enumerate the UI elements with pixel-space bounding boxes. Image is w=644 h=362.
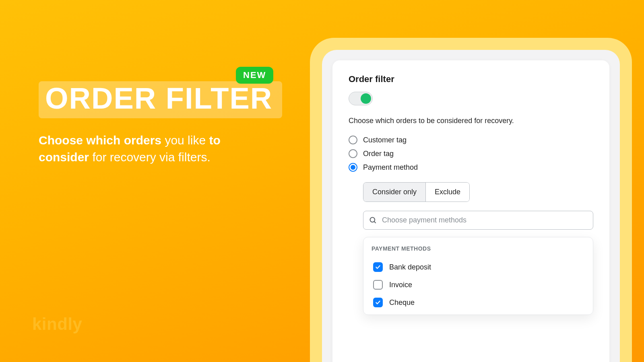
option-label: Bank deposit [389, 263, 431, 272]
subtitle-bold-1: Choose which orders [39, 134, 161, 147]
option-invoice[interactable]: Invoice [372, 276, 585, 294]
radio-order-tag[interactable]: Order tag [349, 149, 593, 158]
search-icon [369, 216, 377, 224]
option-label: Cheque [389, 298, 415, 307]
option-cheque[interactable]: Cheque [372, 294, 585, 311]
payment-method-search[interactable] [363, 211, 593, 230]
new-badge: NEW [236, 67, 273, 84]
radio-customer-tag[interactable]: Customer tag [349, 136, 593, 144]
radio-icon [349, 149, 357, 158]
subtitle-reg-1: you like [161, 134, 209, 147]
exclude-button[interactable]: Exclude [425, 183, 469, 202]
payment-method-panel: Consider only Exclude PAYMENT METHODS [363, 182, 593, 315]
payment-method-input[interactable] [382, 216, 587, 224]
filter-type-radiogroup: Customer tag Order tag Payment method [349, 136, 593, 172]
card-heading: Order filter [349, 74, 593, 84]
radio-icon [349, 136, 357, 144]
stage: NEW ORDER FILTER Choose which orders you… [0, 0, 644, 362]
svg-line-1 [374, 221, 376, 223]
radio-payment-method[interactable]: Payment method [349, 163, 593, 172]
brand-watermark: kindly [32, 315, 82, 334]
payment-methods-dropdown: PAYMENT METHODS Bank deposit Invoice [363, 237, 593, 315]
option-bank-deposit[interactable]: Bank deposit [372, 258, 585, 276]
consider-exclude-segment: Consider only Exclude [363, 182, 470, 202]
svg-point-0 [370, 217, 375, 222]
subtitle-reg-2: for recovery via filters. [89, 150, 211, 164]
checkbox-icon [373, 280, 383, 290]
device-screen: Order filter Choose which orders to be c… [322, 50, 620, 362]
consider-only-button[interactable]: Consider only [363, 183, 425, 202]
checkbox-icon [373, 298, 383, 307]
checkbox-icon [373, 262, 383, 272]
radio-label: Customer tag [363, 136, 407, 144]
card-description: Choose which orders to be considered for… [349, 117, 593, 125]
device-frame: Order filter Choose which orders to be c… [310, 38, 632, 362]
enable-toggle[interactable] [349, 92, 373, 105]
title-highlight: ORDER FILTER [39, 81, 282, 118]
order-filter-card: Order filter Choose which orders to be c… [332, 60, 609, 362]
radio-icon [349, 163, 357, 172]
toggle-knob [361, 93, 371, 104]
promo-subtitle: Choose which orders you like to consider… [39, 132, 264, 166]
dropdown-section-label: PAYMENT METHODS [372, 245, 585, 252]
promo-block: NEW ORDER FILTER Choose which orders you… [39, 69, 282, 166]
radio-label: Payment method [363, 163, 418, 172]
option-label: Invoice [389, 281, 412, 289]
radio-label: Order tag [363, 150, 394, 158]
promo-title: ORDER FILTER [45, 84, 272, 113]
